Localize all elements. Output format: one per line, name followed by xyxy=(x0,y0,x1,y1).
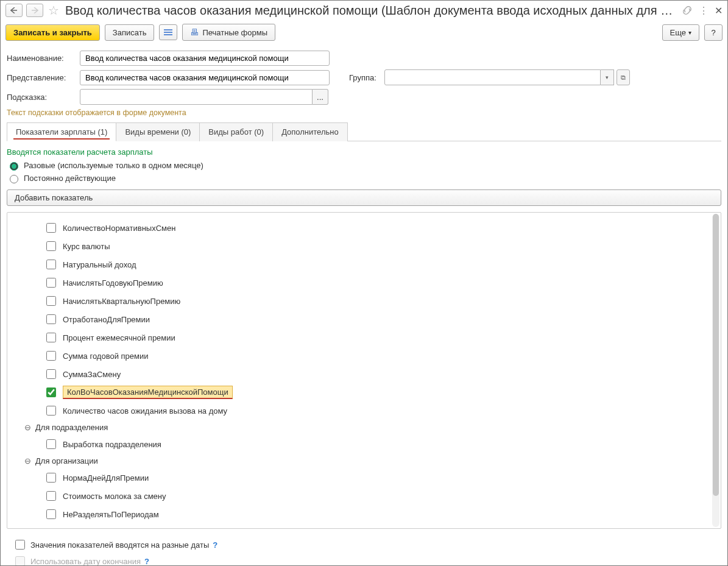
item-checkbox[interactable] xyxy=(46,439,56,449)
highlighted-item: КолВоЧасовОказанияМедицинскойПомощи xyxy=(63,386,233,399)
list-item: СуммаЗаСмену xyxy=(13,365,715,383)
radio-permanent-label: Постоянно действующие xyxy=(24,174,116,183)
chevron-down-icon: ▾ xyxy=(606,74,609,80)
values-on-different-dates-checkbox[interactable] xyxy=(15,540,25,550)
list-item: КоличествоНормативныхСмен xyxy=(13,219,715,237)
name-label: Наименование: xyxy=(7,54,75,63)
item-checkbox[interactable] xyxy=(46,260,56,269)
link-icon[interactable] xyxy=(682,5,693,16)
list-item: Курс валюты xyxy=(13,237,715,255)
page-title: Ввод количества часов оказания медицинск… xyxy=(65,4,678,18)
arrow-left-icon xyxy=(10,7,18,13)
tab-body: Вводятся показатели расчета зарплаты Раз… xyxy=(7,141,721,566)
group-label: Для подразделения xyxy=(35,423,108,432)
print-forms-button[interactable]: 🖶 Печатные формы xyxy=(182,24,275,41)
item-checkbox[interactable] xyxy=(46,369,56,379)
indicator-list: КоличествоНормативныхСмен Курс валюты На… xyxy=(7,212,721,529)
group-open-button[interactable]: ⧉ xyxy=(617,69,630,85)
list-item: Процент ежемесячной премии xyxy=(13,328,715,347)
tab-salary-indicators[interactable]: Показатели зарплаты (1) xyxy=(7,122,116,141)
list-item: Стоимость молока за смену xyxy=(13,487,715,505)
values-on-different-dates-label: Значения показателей вводятся на разные … xyxy=(30,540,209,550)
use-end-date-label: Использовать дату окончания xyxy=(30,557,141,566)
item-checkbox[interactable] xyxy=(46,387,56,397)
list-toggle-button[interactable] xyxy=(159,24,177,40)
hint-label: Подсказка: xyxy=(7,93,75,102)
tab-time-types[interactable]: Виды времени (0) xyxy=(116,122,200,141)
more-button[interactable]: Еще ▾ xyxy=(662,24,699,41)
tab-additional[interactable]: Дополнительно xyxy=(272,122,348,141)
more-label: Еще xyxy=(670,28,686,37)
item-checkbox[interactable] xyxy=(46,509,56,519)
collapse-icon[interactable]: ⊖ xyxy=(23,456,32,465)
more-vertical-icon[interactable]: ⋮ xyxy=(699,5,709,16)
group-row: ⊖Для подразделения xyxy=(13,420,715,435)
radio-permanent[interactable] xyxy=(10,175,18,183)
form-section: Наименование: Представление: Группа: ▾ ⧉… xyxy=(1,44,727,566)
list-icon xyxy=(164,28,172,37)
use-end-date-checkbox xyxy=(15,556,25,566)
group-label: Для организации xyxy=(35,456,98,465)
group-input[interactable] xyxy=(384,69,601,85)
help-icon[interactable]: ? xyxy=(213,540,217,550)
item-checkbox[interactable] xyxy=(46,223,56,233)
nav-forward-button[interactable] xyxy=(26,4,43,17)
scrollbar[interactable] xyxy=(712,214,719,527)
nav-back-button[interactable] xyxy=(5,4,23,17)
list-item: Количество часов ожидания вызова на дому xyxy=(13,402,715,420)
titlebar: ☆ Ввод количества часов оказания медицин… xyxy=(1,1,727,20)
favorite-star-icon[interactable]: ☆ xyxy=(48,3,59,18)
close-icon[interactable]: ✕ xyxy=(715,5,723,16)
help-button[interactable]: ? xyxy=(704,24,723,41)
list-item: НеРазделятьПоПериодам xyxy=(13,505,715,523)
item-checkbox[interactable] xyxy=(46,314,56,324)
hint-expand-button[interactable]: ... xyxy=(313,89,328,105)
representation-label: Представление: xyxy=(7,73,75,82)
list-item: НачислятьКвартальнуюПремию xyxy=(13,292,715,310)
hint-help-text: Текст подсказки отображается в форме док… xyxy=(7,108,721,117)
name-input[interactable] xyxy=(80,51,330,66)
printer-icon: 🖶 xyxy=(190,27,199,37)
help-icon[interactable]: ? xyxy=(144,557,149,566)
item-checkbox[interactable] xyxy=(46,296,56,306)
open-external-icon: ⧉ xyxy=(621,74,626,82)
scrollbar-thumb[interactable] xyxy=(713,214,719,496)
item-checkbox[interactable] xyxy=(46,406,56,416)
tabs: Показатели зарплаты (1) Виды времени (0)… xyxy=(7,122,721,141)
collapse-icon[interactable]: ⊖ xyxy=(23,423,32,432)
item-checkbox[interactable] xyxy=(46,351,56,361)
item-checkbox[interactable] xyxy=(46,333,56,342)
list-item: НормаДнейДляПремии xyxy=(13,469,715,487)
footer: Значения показателей вводятся на разные … xyxy=(7,529,721,566)
representation-input[interactable] xyxy=(80,70,330,85)
save-button[interactable]: Записать xyxy=(105,24,155,41)
item-checkbox[interactable] xyxy=(46,241,56,251)
arrow-right-icon xyxy=(31,7,38,13)
green-caption: Вводятся показатели расчета зарплаты xyxy=(7,147,721,157)
hint-input[interactable] xyxy=(80,89,313,105)
list-item: Выработка подразделения xyxy=(13,435,715,453)
add-indicator-button[interactable]: Добавить показатель xyxy=(7,189,721,206)
list-item: НачислятьГодовуюПремию xyxy=(13,274,715,292)
tab-work-types[interactable]: Виды работ (0) xyxy=(199,122,273,141)
item-checkbox[interactable] xyxy=(46,491,56,501)
toolbar: Записать и закрыть Записать 🖶 Печатные ф… xyxy=(1,20,727,44)
print-forms-label: Печатные формы xyxy=(202,28,267,37)
list-item: Натуральный доход xyxy=(13,255,715,274)
radio-onetime-label: Разовые (используемые только в одном мес… xyxy=(24,161,203,170)
list-item: КолВоЧасовОказанияМедицинскойПомощи xyxy=(13,383,715,402)
radio-onetime[interactable] xyxy=(10,162,18,171)
list-item: Сумма годовой премии xyxy=(13,347,715,365)
group-dropdown-button[interactable]: ▾ xyxy=(601,69,614,85)
chevron-down-icon: ▾ xyxy=(688,29,691,36)
group-row: ⊖Для организации xyxy=(13,453,715,469)
group-label: Группа: xyxy=(349,73,380,82)
item-checkbox[interactable] xyxy=(46,278,56,288)
list-item: ОтработаноДляПремии xyxy=(13,310,715,328)
save-and-close-button[interactable]: Записать и закрыть xyxy=(5,24,100,41)
item-checkbox[interactable] xyxy=(46,473,56,483)
